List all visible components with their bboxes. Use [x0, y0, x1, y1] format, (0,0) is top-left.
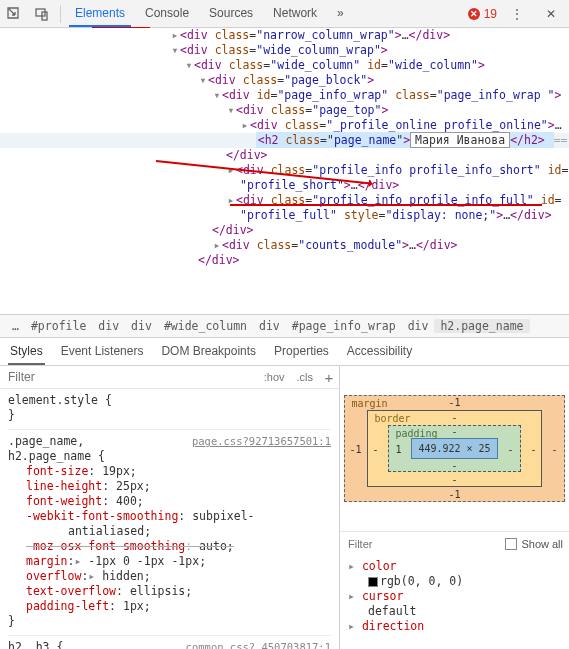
kebab-menu-icon[interactable]: ⋮ — [503, 0, 531, 28]
bc-item[interactable]: div — [402, 319, 435, 333]
breadcrumb: … #profile div div #wide_column div #pag… — [0, 314, 569, 338]
subtab-properties[interactable]: Properties — [272, 338, 331, 365]
hov-toggle[interactable]: :hov — [258, 371, 291, 383]
rule-selector[interactable]: element.style { — [8, 393, 112, 407]
rule-selector[interactable]: .page_name,h2.page_name { — [8, 434, 105, 463]
rule-source-link[interactable]: page.css?92713657501:1 — [192, 434, 331, 449]
error-count[interactable]: ✕ 19 — [468, 7, 497, 21]
subtab-accessibility[interactable]: Accessibility — [345, 338, 414, 365]
editable-text-node[interactable]: Мария Иванова — [410, 132, 510, 148]
show-all-label: Show all — [521, 538, 563, 550]
cls-toggle[interactable]: .cls — [291, 371, 320, 383]
styles-pane: :hov .cls + element.style { } page.css?9… — [0, 366, 340, 649]
sidebar-tabs: Styles Event Listeners DOM Breakpoints P… — [0, 338, 569, 366]
bc-item[interactable]: #profile — [25, 319, 92, 333]
tab-console[interactable]: Console — [135, 0, 199, 27]
inspect-icon[interactable] — [0, 0, 28, 28]
tab-sources[interactable]: Sources — [199, 0, 263, 27]
tab-network[interactable]: Network — [263, 0, 327, 27]
error-icon: ✕ — [468, 8, 480, 20]
bc-current[interactable]: h2.page_name — [434, 319, 529, 333]
close-devtools-icon[interactable]: ✕ — [537, 0, 565, 28]
subtab-dom-breakpoints[interactable]: DOM Breakpoints — [159, 338, 258, 365]
new-rule-icon[interactable]: + — [319, 369, 339, 386]
subtab-styles[interactable]: Styles — [8, 338, 45, 365]
bc-item[interactable]: div — [253, 319, 286, 333]
computed-filter-input[interactable] — [346, 537, 505, 551]
device-toggle-icon[interactable] — [28, 0, 56, 28]
margin-label: margin — [351, 398, 387, 409]
bc-overflow[interactable]: … — [6, 319, 25, 333]
subtab-event-listeners[interactable]: Event Listeners — [59, 338, 146, 365]
computed-pane: margin -1 -1 -1 - border - - - - padding… — [340, 366, 569, 649]
bc-item[interactable]: div — [125, 319, 158, 333]
show-all-checkbox[interactable] — [505, 538, 517, 550]
devtools-toolbar: Elements Console Sources Network » ✕ 19 … — [0, 0, 569, 28]
rule-source-link[interactable]: common.css?…450703817:1 — [186, 640, 331, 649]
error-count-value: 19 — [484, 7, 497, 21]
tab-overflow-icon[interactable]: » — [327, 0, 354, 27]
styles-filter-bar: :hov .cls + — [0, 366, 339, 389]
border-label: border — [374, 413, 410, 424]
bc-item[interactable]: #page_info_wrap — [286, 319, 402, 333]
bc-item[interactable]: #wide_column — [158, 319, 253, 333]
eq-dollar-hint: == $0 — [554, 133, 569, 147]
styles-filter-input[interactable] — [0, 370, 258, 384]
dom-tree[interactable]: ▸<div class="narrow_column_wrap">…</div>… — [0, 28, 569, 314]
rule-selector[interactable]: h2, h3 { — [8, 640, 63, 649]
padding-label: padding — [395, 428, 437, 439]
bc-item[interactable]: div — [92, 319, 125, 333]
main-tabs: Elements Console Sources Network » — [65, 0, 354, 28]
style-rules[interactable]: element.style { } page.css?92713657501:1… — [0, 389, 339, 649]
box-model[interactable]: margin -1 -1 -1 - border - - - - padding… — [344, 395, 564, 502]
box-content: 449.922 × 25 — [411, 438, 497, 459]
color-swatch[interactable] — [368, 577, 378, 587]
